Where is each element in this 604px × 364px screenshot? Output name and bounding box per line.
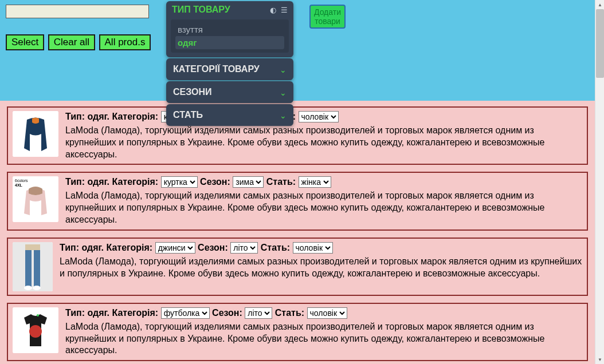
filter-panel-type-header[interactable]: ТИП ТОВАРУ ◐ ☰: [171, 5, 289, 15]
season-select[interactable]: літо: [230, 242, 258, 254]
filter-panel-season[interactable]: СЕЗОНИ ⌄: [166, 81, 293, 103]
filter-panel-gender-title: СТАТЬ: [173, 110, 203, 120]
action-button-row: Select Clear all All prod.s: [6, 34, 589, 50]
season-select[interactable]: зима: [233, 176, 264, 188]
tshirt-icon: [13, 307, 58, 353]
pie-icon[interactable]: ◐: [270, 6, 276, 14]
category-select[interactable]: джинси: [155, 242, 195, 254]
scroll-down-icon[interactable]: ▼: [595, 355, 604, 364]
chevron-down-icon: ⌄: [280, 111, 287, 120]
clear-all-button[interactable]: Clear all: [48, 34, 95, 50]
product-meta: Тип: одяг. Категорія: джинси Сезон: літо…: [60, 242, 582, 254]
chevron-down-icon: ⌄: [280, 65, 287, 74]
product-description: LaModa (Ламода), торгующий изделиями сам…: [60, 256, 582, 280]
scrollbar-thumb[interactable]: [596, 9, 604, 78]
svg-point-11: [29, 325, 42, 338]
season-select[interactable]: літо: [245, 307, 272, 319]
product-thumbnail: [13, 307, 58, 353]
scroll-up-icon[interactable]: ▲: [595, 0, 604, 9]
jacket-blue-icon: [13, 111, 58, 157]
svg-text:6colors: 6colors: [15, 179, 28, 183]
product-card: Тип: одяг. Категорія: футболка Сезон: лі…: [7, 303, 588, 361]
svg-point-8: [24, 286, 32, 290]
product-card: Тип: одяг. Категорія: джинси Сезон: літо…: [7, 238, 588, 296]
product-thumbnail: 6colors 4XL: [13, 176, 58, 222]
svg-text:4XL: 4XL: [15, 183, 23, 187]
svg-rect-5: [25, 244, 40, 250]
filter-type-option-clothes[interactable]: одяг: [175, 36, 284, 49]
product-card: 6colors 4XL Тип: одяг. Категорія: куртка…: [7, 172, 588, 230]
product-thumbnail: [13, 111, 58, 157]
product-description: LaModa (Ламода), торгующий изделиями сам…: [65, 190, 582, 225]
category-select[interactable]: футболка: [161, 307, 210, 319]
add-products-button[interactable]: Додатитовари: [309, 5, 346, 29]
filter-panel-stack: ТИП ТОВАРУ ◐ ☰ взуття одяг КАТЕГОРІЇ ТО: [166, 1, 293, 127]
search-input[interactable]: [6, 5, 149, 18]
product-description: LaModa (Ламода), торгующий изделиями сам…: [65, 321, 582, 357]
filter-panel-gender[interactable]: СТАТЬ ⌄: [166, 104, 293, 126]
svg-rect-7: [34, 250, 40, 287]
svg-point-9: [33, 286, 41, 290]
chevron-down-icon: ⌄: [280, 88, 287, 97]
product-meta: Тип: одяг. Категорія: футболка Сезон: лі…: [65, 307, 582, 319]
filter-panel-type-title: ТИП ТОВАРУ: [172, 5, 230, 15]
filter-panel-category-title: КАТЕГОРІЇ ТОВАРУ: [173, 64, 260, 74]
all-products-button[interactable]: All prod.s: [99, 34, 151, 50]
jacket-pink-icon: 6colors 4XL: [13, 176, 58, 222]
filter-type-options: взуття одяг: [171, 19, 289, 53]
gender-select[interactable]: чоловік: [307, 307, 347, 319]
gender-select[interactable]: чоловік: [293, 242, 333, 254]
product-meta: Тип: одяг. Категорія: куртка Сезон: зима…: [65, 111, 582, 122]
filter-type-option-shoes[interactable]: взуття: [175, 23, 284, 36]
product-card: Тип: одяг. Категорія: куртка Сезон: зима…: [7, 106, 588, 165]
collapse-icon[interactable]: ☰: [281, 6, 288, 14]
category-select[interactable]: куртка: [161, 176, 198, 188]
filter-panel-category[interactable]: КАТЕГОРІЇ ТОВАРУ ⌄: [166, 58, 293, 80]
vertical-scrollbar[interactable]: ▲ ▼: [595, 0, 604, 364]
jeans-icon: [13, 242, 53, 291]
top-bar: Додатитовари Select Clear all All prod.s…: [0, 0, 595, 101]
gender-select[interactable]: чоловік: [299, 111, 339, 122]
product-thumbnail: [13, 242, 53, 291]
gender-select[interactable]: жінка: [299, 176, 331, 188]
product-description: LaModa (Ламода), торгующий изделиями сам…: [65, 125, 582, 160]
svg-rect-6: [25, 250, 32, 287]
filter-panel-season-title: СЕЗОНИ: [173, 87, 212, 97]
product-meta: Тип: одяг. Категорія: куртка Сезон: зима…: [65, 176, 582, 188]
product-listing: Тип: одяг. Категорія: куртка Сезон: зима…: [0, 101, 595, 364]
filter-panel-type: ТИП ТОВАРУ ◐ ☰ взуття одяг: [166, 1, 293, 57]
svg-point-12: [37, 314, 39, 316]
select-button[interactable]: Select: [6, 34, 44, 50]
